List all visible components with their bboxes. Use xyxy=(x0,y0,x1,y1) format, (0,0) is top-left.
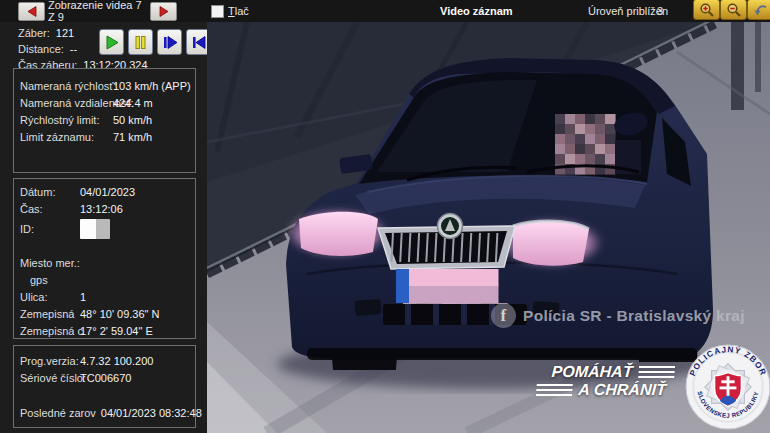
longitude-value: 17° 2' 59.04" E xyxy=(80,325,153,337)
zoom-out-button[interactable] xyxy=(720,0,747,20)
right-headlight xyxy=(513,221,589,266)
time-row: Čas: 13:12:06 xyxy=(20,200,195,217)
playback-controls xyxy=(99,29,211,55)
motto-lines-right xyxy=(638,366,675,379)
play-icon xyxy=(101,32,122,53)
arrow-right-icon xyxy=(158,6,170,17)
measured-speed-value: 103 km/h (APP) xyxy=(113,80,191,92)
date-label: Dátum: xyxy=(20,186,80,198)
motto-text-1: POMÁHAŤ xyxy=(551,363,633,381)
record-limit-row: Limit záznamu: 71 km/h xyxy=(20,128,195,145)
zoom-out-icon xyxy=(726,2,742,18)
speed-camera-viewer-window: Zobrazenie videa 7 Z 9 Tlač Video záznam… xyxy=(0,0,770,433)
measurement-groupbox: Nameraná rýchlosť: 103 km/h (APP) Namera… xyxy=(13,68,196,173)
latitude-value: 48° 10' 09.36" N xyxy=(80,308,160,320)
skoda-badge-icon xyxy=(438,214,463,239)
play-button[interactable] xyxy=(99,29,124,55)
police-motto: POMÁHAŤ A CHRÁNIŤ xyxy=(550,363,675,399)
speed-limit-label: Rýchlostný limit: xyxy=(20,114,113,126)
facebook-icon: f xyxy=(491,303,516,328)
motto-line-1: POMÁHAŤ xyxy=(551,363,675,381)
police-badge-emblem: POLICAJNÝ ZBOR SLOVENSKEJ REPUBLIKY xyxy=(685,344,770,430)
street-row: Ulica: 1 xyxy=(20,288,195,305)
last-alignment-row: Posledné zarov 04/01/2023 08:32:48 xyxy=(20,404,195,421)
zoom-in-icon xyxy=(699,2,715,18)
zoom-level-value: 3 xyxy=(657,0,663,22)
frame-number-value: 121 xyxy=(56,27,74,39)
print-label-rest: lač xyxy=(235,5,249,17)
record-limit-label: Limit záznamu: xyxy=(20,131,113,143)
video-frame[interactable]: f Polícia SR - Bratislavský kraj POMÁHAŤ… xyxy=(207,22,770,433)
serial-number-label: Sériové číslo: xyxy=(20,372,80,384)
skip-to-start-icon xyxy=(188,32,209,53)
time-value: 13:12:06 xyxy=(80,203,123,215)
gps-label: gps xyxy=(30,274,90,286)
step-forward-icon xyxy=(159,32,180,53)
watermark: f Polícia SR - Bratislavský kraj xyxy=(491,303,745,328)
mode-title: Video záznam xyxy=(440,0,513,22)
reset-view-button[interactable] xyxy=(747,0,770,20)
print-checkbox[interactable] xyxy=(211,5,224,18)
measured-speed-row: Nameraná rýchlosť: 103 km/h (APP) xyxy=(20,77,195,94)
speed-limit-value: 50 km/h xyxy=(113,114,152,126)
arrow-left-icon xyxy=(26,6,38,17)
police-badge: POLICAJNÝ ZBOR SLOVENSKEJ REPUBLIKY xyxy=(685,344,770,430)
view-title: Zobrazenie videa 7 Z 9 xyxy=(48,0,148,22)
frame-number-label: Záber: xyxy=(18,27,50,39)
location-label: Miesto mer.: xyxy=(20,257,80,269)
longitude-label: Zemepisná c xyxy=(20,325,80,337)
zoom-in-button[interactable] xyxy=(693,0,720,20)
date-row: Dátum: 04/01/2023 xyxy=(20,183,195,200)
id-redacted-value xyxy=(80,219,110,239)
left-headlight xyxy=(299,212,378,256)
measured-speed-label: Nameraná rýchlosť: xyxy=(20,80,113,92)
undo-arrow-icon xyxy=(753,2,769,18)
last-alignment-label: Posledné zarov xyxy=(20,407,96,419)
record-limit-value: 71 km/h xyxy=(113,131,152,143)
prev-video-button[interactable] xyxy=(18,2,45,21)
measured-distance-row: Nameraná vzdialenosť: 424.4 m xyxy=(20,94,195,111)
record-info-groupbox: Dátum: 04/01/2023 Čas: 13:12:06 ID: Mies… xyxy=(13,178,196,339)
last-alignment-value: 04/01/2023 08:32:48 xyxy=(101,407,202,419)
distance-label: Distance: xyxy=(18,43,64,55)
serial-number-value: TC006670 xyxy=(80,372,131,384)
motto-lines-left xyxy=(536,384,573,397)
gps-row: gps xyxy=(20,271,195,288)
serial-number-row: Sériové číslo: TC006670 xyxy=(20,369,195,386)
program-version-label: Prog.verzia: xyxy=(20,355,80,367)
pause-button[interactable] xyxy=(128,29,153,55)
measurement-sidebar: Záber: 121 Distance: -- Čas záberu: 13:1… xyxy=(0,22,207,433)
pause-icon xyxy=(130,32,151,53)
step-forward-button[interactable] xyxy=(157,29,182,55)
system-groupbox: Prog.verzia: 4.7.32 100.200 Sériové čísl… xyxy=(13,345,196,428)
print-label: Tlač xyxy=(228,0,249,22)
location-row: Miesto mer.: xyxy=(20,254,195,271)
id-label: ID: xyxy=(20,223,80,235)
latitude-row: Zemepisná 48° 10' 09.36" N xyxy=(20,305,195,322)
program-version-row: Prog.verzia: 4.7.32 100.200 xyxy=(20,352,195,369)
street-value: 1 xyxy=(80,291,86,303)
facebook-glyph: f xyxy=(501,306,507,326)
date-value: 04/01/2023 xyxy=(80,186,135,198)
program-version-value: 4.7.32 100.200 xyxy=(80,355,153,367)
top-toolbar: Zobrazenie videa 7 Z 9 Tlač Video záznam… xyxy=(0,0,770,22)
measured-distance-label: Nameraná vzdialenosť: xyxy=(20,97,113,109)
next-video-button[interactable] xyxy=(150,2,177,21)
motto-text-2: A CHRÁNIŤ xyxy=(578,381,667,399)
print-label-mnemonic: T xyxy=(228,5,235,17)
longitude-row: Zemepisná c 17° 2' 59.04" E xyxy=(20,322,195,339)
watermark-text: Polícia SR - Bratislavský kraj xyxy=(523,307,745,325)
id-row: ID: xyxy=(20,217,195,241)
speed-limit-row: Rýchlostný limit: 50 km/h xyxy=(20,111,195,128)
measured-distance-value: 424.4 m xyxy=(113,97,153,109)
street-label: Ulica: xyxy=(20,291,80,303)
motto-line-2: A CHRÁNIŤ xyxy=(536,381,674,399)
latitude-label: Zemepisná xyxy=(20,308,80,320)
time-label: Čas: xyxy=(20,203,80,215)
distance-value: -- xyxy=(70,43,77,55)
underbody-shadow xyxy=(307,348,697,360)
